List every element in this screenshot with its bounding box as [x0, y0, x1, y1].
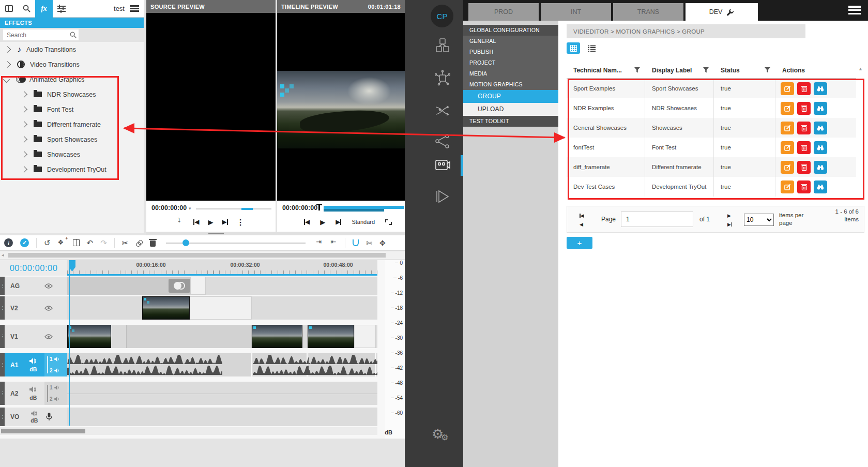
- tab-int[interactable]: INT: [541, 3, 611, 21]
- timeline-bottom-scrollbar[interactable]: [0, 427, 377, 435]
- video-clip[interactable]: [190, 296, 252, 320]
- effects-button[interactable]: fx: [35, 0, 53, 18]
- table-row[interactable]: fontTest Font Test true: [567, 138, 856, 157]
- track-a2-header[interactable]: ⋮ A2 dB 1 2: [0, 382, 67, 405]
- zoom-slider-knob[interactable]: [182, 239, 189, 246]
- delete-button[interactable]: [797, 180, 811, 193]
- workflow-icon[interactable]: [433, 101, 452, 120]
- motion-graphics-icon[interactable]: [433, 156, 452, 175]
- table-row[interactable]: General Showcases Showcases true: [567, 118, 856, 138]
- timeline-preview-footer-timecode[interactable]: 00:00:00:00: [282, 204, 317, 212]
- nodes-share-icon[interactable]: [433, 132, 452, 150]
- tree-item-showcases[interactable]: Showcases: [0, 147, 144, 162]
- chevron-right-icon[interactable]: [21, 151, 27, 158]
- cut-icon[interactable]: ✂: [122, 239, 129, 247]
- search-icon[interactable]: [70, 32, 77, 38]
- add-layer-icon[interactable]: [58, 239, 66, 246]
- preview-binoculars-button[interactable]: [814, 102, 827, 115]
- track-vo-header[interactable]: ⋮ VO dB: [0, 408, 67, 426]
- channel-1[interactable]: 1: [50, 385, 67, 390]
- filter-icon[interactable]: [765, 67, 770, 73]
- column-status[interactable]: Status: [714, 67, 775, 74]
- tab-dev[interactable]: DEV: [686, 3, 758, 21]
- last-page-button[interactable]: ▶: [727, 222, 732, 227]
- redo-icon[interactable]: ↷: [100, 239, 107, 247]
- editor-menu-icon[interactable]: [130, 5, 139, 12]
- play-button[interactable]: ▶: [208, 219, 214, 225]
- list-view-button[interactable]: [585, 42, 598, 54]
- nav-item-publish[interactable]: PUBLISH: [463, 47, 558, 57]
- preview-binoculars-button[interactable]: [814, 122, 827, 134]
- source-preview-video[interactable]: [146, 13, 276, 201]
- audio-clip[interactable]: [67, 353, 252, 376]
- edit-button[interactable]: [781, 102, 794, 115]
- nav-item-media[interactable]: MEDIA: [463, 68, 558, 79]
- table-row[interactable]: diff_framerate Different framerate true: [567, 157, 856, 177]
- network-hub-icon[interactable]: [433, 69, 452, 87]
- edit-button[interactable]: [781, 161, 794, 174]
- chevron-right-icon[interactable]: [4, 46, 11, 53]
- track-drag-handle[interactable]: ⋮: [0, 325, 5, 348]
- table-row[interactable]: NDR Examples NDR Showcases true: [567, 98, 856, 118]
- fullscreen-icon[interactable]: [385, 219, 392, 225]
- filter-icon[interactable]: [703, 67, 709, 73]
- table-scroll-up-icon[interactable]: ▲: [858, 66, 863, 71]
- timeline-zoom-slider[interactable]: [166, 243, 306, 244]
- track-ag-lane[interactable]: [67, 277, 377, 295]
- nav-item-motion-graphics[interactable]: MOTION GRAPHICS: [463, 79, 558, 90]
- chevron-right-icon[interactable]: [21, 121, 27, 128]
- progress-bar-loaded[interactable]: [324, 209, 384, 212]
- audio-clip[interactable]: [253, 353, 308, 376]
- edit-button[interactable]: [781, 141, 794, 154]
- track-drag-handle[interactable]: ⋮: [0, 382, 5, 405]
- move-tool-icon[interactable]: [379, 239, 386, 247]
- preview-binoculars-button[interactable]: [814, 161, 827, 174]
- tree-item-font-test[interactable]: Font Test: [0, 102, 144, 117]
- track-a1-lane[interactable]: [67, 353, 377, 376]
- track-drag-handle[interactable]: ⋮: [0, 277, 5, 295]
- track-v1-header[interactable]: ⋮ V1: [0, 325, 67, 348]
- speaker-icon[interactable]: [29, 358, 37, 364]
- transition-clip[interactable]: [169, 279, 190, 293]
- overwrite-icon[interactable]: [177, 219, 185, 225]
- video-clip[interactable]: [111, 325, 127, 348]
- page-number-input[interactable]: [621, 212, 693, 227]
- db-toggle[interactable]: dB: [29, 366, 37, 372]
- visibility-eye-icon[interactable]: [44, 283, 53, 289]
- nav-item-general[interactable]: GENERAL: [463, 36, 558, 47]
- column-technical-name[interactable]: Technical Nam...: [567, 67, 645, 74]
- info-button[interactable]: i: [4, 238, 13, 247]
- column-display-label[interactable]: Display Label: [645, 67, 714, 74]
- filter-icon[interactable]: [634, 67, 640, 73]
- assets-cubes-icon[interactable]: [433, 36, 452, 55]
- more-options-icon[interactable]: ⋮: [237, 218, 245, 226]
- add-group-button[interactable]: +: [567, 237, 592, 249]
- tree-item-audio-transitions[interactable]: ♪ Audio Transitions: [0, 42, 144, 57]
- playhead-marker-icon[interactable]: [316, 204, 322, 210]
- mark-out-icon[interactable]: [330, 240, 338, 246]
- video-clip[interactable]: [127, 325, 252, 348]
- timeline-preview-video[interactable]: [277, 13, 405, 201]
- db-toggle[interactable]: dB: [29, 395, 37, 401]
- tree-item-development-tryout[interactable]: Development TryOut: [0, 162, 144, 177]
- nav-item-group[interactable]: GROUP: [463, 90, 558, 103]
- chevron-right-icon[interactable]: [4, 61, 11, 68]
- video-clip[interactable]: [67, 325, 111, 348]
- previous-frame-button[interactable]: ◀: [304, 219, 310, 225]
- timeline-playhead-timecode[interactable]: 00:00:00:00: [0, 260, 67, 276]
- track-v1-lane[interactable]: [67, 325, 377, 348]
- delete-icon[interactable]: [150, 240, 156, 247]
- source-scrubber-segment[interactable]: [241, 208, 253, 210]
- edit-button[interactable]: [781, 180, 794, 193]
- grid-view-button[interactable]: [567, 42, 580, 54]
- edit-button[interactable]: [781, 122, 794, 134]
- scroll-left-icon[interactable]: ◂: [2, 252, 4, 258]
- microphone-icon[interactable]: [46, 413, 52, 421]
- table-row[interactable]: Sport Examples Sport Showcases true: [567, 79, 856, 98]
- next-frame-button[interactable]: ▶: [222, 219, 228, 225]
- snap-magnet-icon[interactable]: [353, 239, 359, 246]
- play-button[interactable]: ▶: [320, 219, 325, 225]
- chevron-down-icon[interactable]: [3, 76, 10, 83]
- timeline-horizontal-scrollbar[interactable]: ◂: [0, 251, 405, 259]
- track-vo-lane[interactable]: [67, 408, 377, 426]
